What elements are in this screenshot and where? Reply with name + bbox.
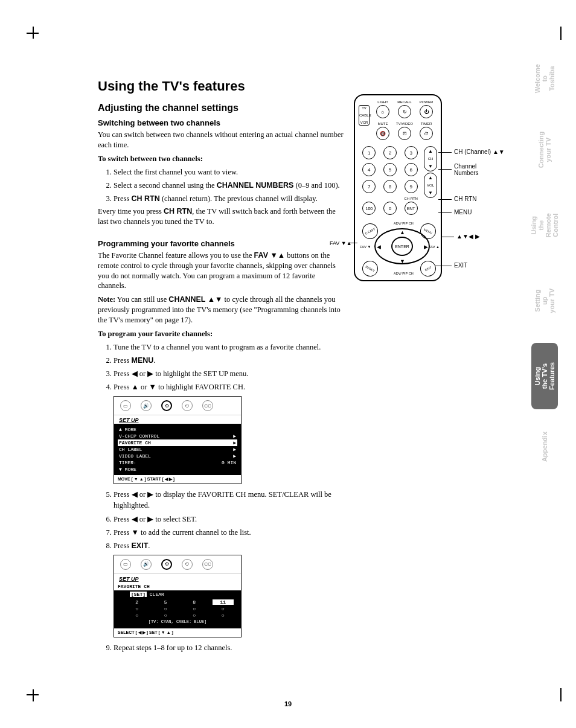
enter-button: ENTER bbox=[391, 237, 413, 256]
timer-icon: ⏲ bbox=[182, 559, 193, 570]
remote-diagram: LIGHT RECALL POWER TV CABLE VCR ☼ ↻ ⏻ MU… bbox=[354, 94, 493, 281]
callout-channel: CH (Channel) ▲▼ bbox=[454, 148, 505, 155]
mute-button: 🔇 bbox=[376, 127, 389, 140]
channel-rocker: ▲CH▼ bbox=[424, 146, 437, 171]
fav-lead: To program your favorite channels: bbox=[98, 329, 345, 339]
setup-icon: ⚙ bbox=[161, 559, 172, 570]
callout-fav-left: FAV ▼▲ bbox=[330, 240, 352, 246]
switch-lead: To switch between two channels: bbox=[98, 154, 345, 164]
crop-mark-bottom-left bbox=[27, 689, 39, 701]
step: Press ◀ or ▶ to select SET. bbox=[114, 514, 345, 525]
step: Select the first channel you want to vie… bbox=[114, 167, 345, 177]
subsection-switch: Switching between two channels bbox=[98, 118, 345, 127]
subsection-fav: Programming your favorite channels bbox=[98, 239, 345, 248]
fav-note: Note: You can still use CHANNEL ▲▼ to cy… bbox=[98, 295, 345, 325]
fav-up-label: FAV ▲ bbox=[429, 245, 440, 249]
osd-footer: SELECT [ ◀ ▶ ] SET [ ▼ ▲ ] bbox=[114, 628, 241, 637]
step: Repeat steps 1–8 for up to 12 channels. bbox=[114, 642, 345, 653]
tab-setting-up: Setting up your TV bbox=[531, 272, 558, 330]
osd-icon-row: ▭ 🔊 ⚙ ⏲ CC bbox=[114, 397, 241, 415]
recall-button: ↻ bbox=[398, 105, 411, 118]
callout-menu: MENU bbox=[454, 209, 472, 216]
reset-button: RESET bbox=[359, 258, 380, 279]
crop-mark-bottom-right bbox=[560, 688, 562, 701]
osd-title: SET UP bbox=[114, 574, 241, 583]
page-title: Using the TV's features bbox=[98, 78, 345, 94]
cc-icon: CC bbox=[202, 559, 213, 570]
callout-exit: EXIT bbox=[454, 262, 467, 269]
remote-body: LIGHT RECALL POWER TV CABLE VCR ☼ ↻ ⏻ MU… bbox=[354, 94, 442, 281]
osd-footer: MOVE [ ▼ ▲ ] START [ ◀ ▶ ] bbox=[114, 475, 241, 484]
osd-body: FAVORITE CH [SET] CLEAR 25811 ○○○○ ○○○○ … bbox=[114, 583, 241, 628]
light-button: ☼ bbox=[376, 105, 389, 118]
step: Tune the TV to a channel you want to pro… bbox=[114, 342, 345, 353]
fav-down-label: FAV ▼ bbox=[360, 245, 371, 249]
step: Press ◀ or ▶ to highlight the SET UP men… bbox=[114, 368, 345, 379]
fav-steps-cont: Press ◀ or ▶ to display the FAVORITE CH … bbox=[98, 489, 345, 551]
osd-body: ▲ MORE V-CHIP CONTROL▶ FAVORITE CH▶ CH L… bbox=[114, 424, 241, 475]
audio-icon: 🔊 bbox=[141, 559, 152, 570]
osd-setup-menu: ▭ 🔊 ⚙ ⏲ CC SET UP ▲ MORE V-CHIP CONTROL▶… bbox=[114, 396, 242, 484]
mode-switch: TV CABLE VCR bbox=[359, 105, 370, 126]
tab-appendix: Appendix bbox=[531, 423, 558, 471]
tab-features: Using the TV's Features bbox=[531, 343, 558, 409]
step: Press ▼ to add the current channel to th… bbox=[114, 527, 345, 538]
picture-icon: ▭ bbox=[120, 559, 131, 570]
picture-icon: ▭ bbox=[120, 400, 131, 411]
switch-intro: You can switch between two channels with… bbox=[98, 130, 345, 150]
callout-numbers: Channel Numbers bbox=[454, 163, 479, 176]
exit-button: EXIT bbox=[417, 258, 438, 279]
number-pad: 123 456 789 CH RTN 1000ENT bbox=[359, 146, 421, 219]
timer-button: ⏱ bbox=[420, 127, 433, 140]
osd-favorite-menu: ▭ 🔊 ⚙ ⏲ CC SET UP FAVORITE CH [SET] CLEA… bbox=[114, 555, 242, 637]
step: Select a second channel using the CHANNE… bbox=[114, 180, 345, 191]
nav-cluster: ADV/ PIP CH ENTER ▲ ▼ ◀ ▶ C.CAPT MENU RE… bbox=[359, 225, 437, 274]
switch-steps: Select the first channel you want to vie… bbox=[98, 167, 345, 204]
cc-icon: CC bbox=[202, 400, 213, 411]
crop-mark-top-right bbox=[560, 27, 562, 40]
tab-connecting: Connecting your TV bbox=[531, 121, 558, 179]
page-number: 19 bbox=[0, 700, 576, 707]
section-heading: Adjusting the channel settings bbox=[98, 103, 345, 113]
step: Press ▲ or ▼ to highlight FAVORITE CH. bbox=[114, 382, 345, 392]
power-button: ⏻ bbox=[420, 105, 433, 118]
osd-title: SET UP bbox=[114, 415, 241, 424]
main-column: Using the TV's features Adjusting the ch… bbox=[98, 78, 345, 656]
step: Press MENU. bbox=[114, 355, 345, 366]
volume-rocker: ▲VOL▼ bbox=[424, 173, 437, 198]
setup-icon: ⚙ bbox=[161, 400, 172, 411]
fav-intro: The Favorite Channel feature allows you … bbox=[98, 251, 345, 292]
tvvideo-button: ⊡ bbox=[398, 127, 411, 140]
tab-remote: Using the Remote Control bbox=[531, 192, 558, 258]
pip-label: ADV/ PIP CH bbox=[394, 222, 414, 226]
step: Press EXIT. bbox=[114, 540, 345, 551]
osd-channel-grid: 25811 ○○○○ ○○○○ bbox=[118, 597, 237, 619]
audio-icon: 🔊 bbox=[141, 400, 152, 411]
step: Press ◀ or ▶ to display the FAVORITE CH … bbox=[114, 489, 345, 511]
callout-arrows: ▲▼◀ ▶ bbox=[456, 233, 480, 240]
pip-label-bottom: ADV/ PIP CH bbox=[394, 272, 414, 276]
fav-steps: Tune the TV to a channel you want to pro… bbox=[98, 342, 345, 393]
callout-chrtn: CH RTN bbox=[454, 196, 477, 202]
crop-mark-top-left bbox=[27, 27, 39, 39]
fav-steps-end: Repeat steps 1–8 for up to 12 channels. bbox=[98, 642, 345, 653]
osd-icon-row: ▭ 🔊 ⚙ ⏲ CC bbox=[114, 555, 241, 574]
tab-welcome: Welcome to Toshiba bbox=[531, 49, 558, 107]
side-tabs: Welcome to Toshiba Connecting your TV Us… bbox=[531, 49, 558, 471]
switch-tail: Every time you press CH RTN, the TV will… bbox=[98, 206, 345, 227]
step: Press CH RTN (channel return). The previ… bbox=[114, 193, 345, 204]
timer-icon: ⏲ bbox=[182, 400, 193, 411]
